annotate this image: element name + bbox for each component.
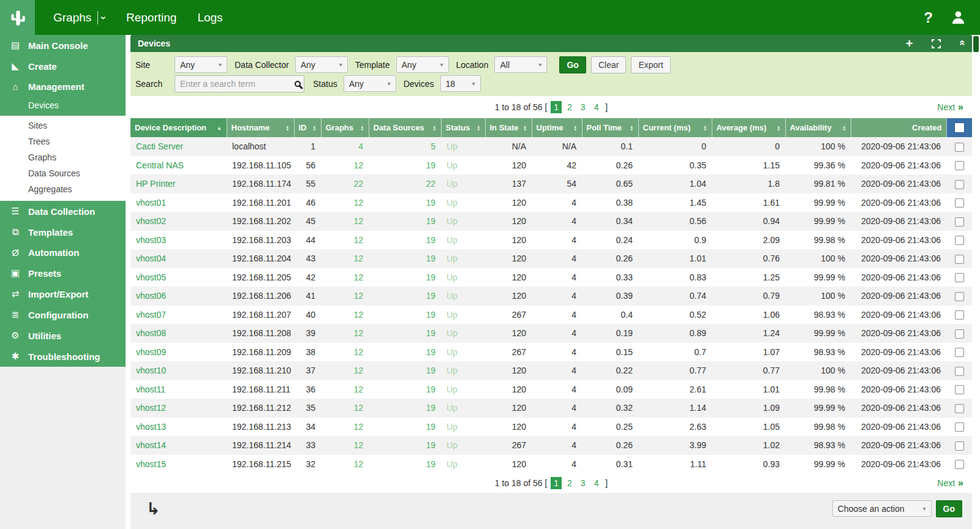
device-link[interactable]: vhost10 <box>136 366 166 375</box>
device-link[interactable]: vhost14 <box>136 440 166 450</box>
row-checkbox[interactable] <box>955 273 964 282</box>
location-select[interactable]: All ▾ <box>494 56 547 73</box>
page-link-2[interactable]: 2 <box>564 477 575 489</box>
sidebar-item-import-export[interactable]: ⇄ Import/Export <box>0 283 126 304</box>
site-select[interactable]: Any ▾ <box>175 56 227 73</box>
select-all-checkbox[interactable] <box>954 122 965 133</box>
row-checkbox[interactable] <box>955 255 964 264</box>
sidebar-item-troubleshooting[interactable]: ✱ Troubleshooting <box>0 346 126 367</box>
add-device-icon[interactable]: + <box>906 37 913 50</box>
column-header-id[interactable]: ID▲▼ <box>294 118 321 137</box>
column-header-average_ms[interactable]: Average (ms)▲▼ <box>712 118 785 137</box>
row-checkbox[interactable] <box>955 198 964 208</box>
action-select[interactable]: Choose an action ▾ <box>832 500 932 517</box>
sidebar-item-management[interactable]: ⌂ Management <box>0 77 126 97</box>
row-checkbox[interactable] <box>955 236 964 245</box>
column-header-in_state[interactable]: In State▲▼ <box>485 118 532 137</box>
device-link[interactable]: vhost12 <box>136 403 166 413</box>
devices-count-select[interactable]: 18 ▾ <box>440 75 481 92</box>
page-link-1[interactable]: 1 <box>551 101 562 113</box>
sidebar-item-utilities[interactable]: ⚙ Utilities <box>0 325 126 346</box>
sidebar-item-aggregates[interactable]: Aggregates <box>0 181 126 197</box>
row-checkbox[interactable] <box>955 143 964 152</box>
sidebar-item-templates[interactable]: ⧉ Templates <box>0 222 126 242</box>
row-checkbox[interactable] <box>955 217 964 227</box>
page-link-1[interactable]: 1 <box>551 477 562 489</box>
clear-button[interactable]: Clear <box>591 56 626 73</box>
device-link[interactable]: HP Printer <box>136 179 175 189</box>
device-link[interactable]: vhost07 <box>136 310 166 320</box>
column-header-status[interactable]: Status▲▼ <box>441 118 485 137</box>
menu-logs[interactable]: Logs <box>195 11 225 24</box>
help-icon[interactable]: ? <box>924 9 933 26</box>
go-button[interactable]: Go <box>559 56 586 73</box>
device-link[interactable]: vhost03 <box>136 235 166 245</box>
sidebar-item-graphs[interactable]: Graphs <box>0 149 126 165</box>
device-link[interactable]: vhost11 <box>136 385 165 394</box>
action-go-button[interactable]: Go <box>936 500 962 517</box>
column-header-hostname[interactable]: Hostname▲▼ <box>227 118 294 137</box>
menu-reporting[interactable]: Reporting <box>124 11 179 24</box>
column-header-current_ms[interactable]: Current (ms)▲▼ <box>638 118 712 137</box>
column-header-poll_time[interactable]: Poll Time▲▼ <box>582 118 638 137</box>
template-select[interactable]: Any ▾ <box>396 56 449 73</box>
sidebar-item-create[interactable]: ◣ Create <box>0 56 126 77</box>
collapse-panel-icon[interactable]: » <box>955 41 967 45</box>
next-page-link[interactable]: Next » <box>937 102 963 113</box>
page-link-4[interactable]: 4 <box>591 477 602 489</box>
column-header-graphs[interactable]: Graphs▲▼ <box>321 118 369 137</box>
row-checkbox[interactable] <box>955 292 964 301</box>
chevron-down-icon[interactable]: › <box>97 16 110 20</box>
page-link-3[interactable]: 3 <box>578 477 589 489</box>
page-link-2[interactable]: 2 <box>564 101 575 113</box>
next-page-link[interactable]: Next » <box>937 478 963 489</box>
sidebar-item-presets[interactable]: ▣ Presets <box>0 263 126 283</box>
cacti-logo[interactable] <box>0 0 35 35</box>
device-link[interactable]: vhost13 <box>136 422 166 432</box>
device-link[interactable]: vhost05 <box>136 272 166 282</box>
device-link[interactable]: vhost04 <box>136 253 166 263</box>
scrollbar-thumb[interactable] <box>973 36 979 52</box>
device-link[interactable]: vhost15 <box>136 459 166 469</box>
page-link-3[interactable]: 3 <box>578 101 589 113</box>
row-checkbox[interactable] <box>955 329 964 339</box>
device-link[interactable]: vhost06 <box>136 291 166 301</box>
sidebar-item-devices[interactable]: Devices <box>0 97 126 116</box>
sidebar-item-trees[interactable]: Trees <box>0 133 126 149</box>
row-checkbox[interactable] <box>955 404 964 413</box>
status-select[interactable]: Any ▾ <box>344 75 396 92</box>
user-icon[interactable] <box>950 9 967 26</box>
sidebar-item-data-collection[interactable]: ☰ Data Collection <box>0 201 126 222</box>
data-collector-select[interactable]: Any ▾ <box>295 56 348 73</box>
sidebar-item-automation[interactable]: Ø Automation <box>0 242 126 263</box>
sidebar-item-data-sources[interactable]: Data Sources <box>0 165 126 181</box>
search-icon[interactable] <box>295 81 301 87</box>
device-link[interactable]: vhost01 <box>136 198 166 208</box>
row-checkbox[interactable] <box>955 460 964 469</box>
page-link-4[interactable]: 4 <box>591 101 602 113</box>
device-link[interactable]: vhost02 <box>136 216 166 226</box>
row-checkbox[interactable] <box>955 161 964 170</box>
row-checkbox[interactable] <box>955 348 964 357</box>
device-link[interactable]: Cacti Server <box>136 141 183 151</box>
row-checkbox[interactable] <box>955 310 964 320</box>
column-header-description[interactable]: Device Description▲ <box>130 118 227 137</box>
device-link[interactable]: Central NAS <box>136 160 184 170</box>
column-header-uptime[interactable]: Uptime▲▼ <box>532 118 582 137</box>
row-checkbox[interactable] <box>955 367 964 376</box>
column-header-data_sources[interactable]: Data Sources▲▼ <box>369 118 441 137</box>
row-checkbox[interactable] <box>955 385 964 394</box>
row-checkbox[interactable] <box>955 441 964 451</box>
device-link[interactable]: vhost08 <box>136 328 166 338</box>
device-link[interactable]: vhost09 <box>136 347 166 357</box>
row-checkbox[interactable] <box>955 180 964 189</box>
sidebar-item-main-console[interactable]: ▤ Main Console <box>0 35 126 56</box>
sidebar-item-sites[interactable]: Sites <box>0 118 126 133</box>
sidebar-item-configuration[interactable]: ≣ Configuration <box>0 304 126 325</box>
fullscreen-icon[interactable] <box>932 39 941 48</box>
row-checkbox[interactable] <box>955 422 964 432</box>
column-header-availability[interactable]: Availability▲▼ <box>785 118 851 137</box>
export-button[interactable]: Export <box>631 56 670 73</box>
search-input[interactable] <box>175 79 295 89</box>
menu-graphs[interactable]: Graphs › <box>51 11 108 24</box>
